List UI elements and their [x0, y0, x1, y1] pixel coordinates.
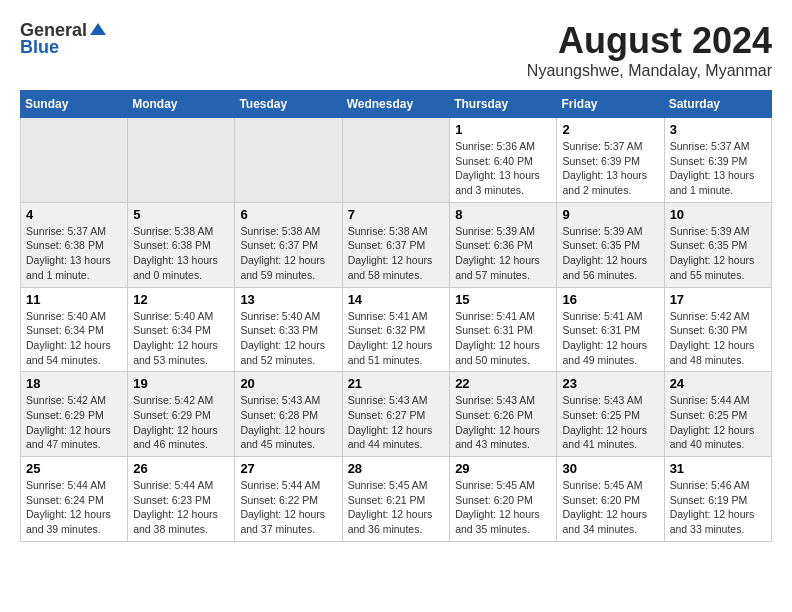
day-number: 17	[670, 292, 766, 307]
day-number: 20	[240, 376, 336, 391]
day-info: Sunrise: 5:43 AM Sunset: 6:25 PM Dayligh…	[562, 393, 658, 452]
calendar-day-cell: 27Sunrise: 5:44 AM Sunset: 6:22 PM Dayli…	[235, 457, 342, 542]
calendar-day-cell: 22Sunrise: 5:43 AM Sunset: 6:26 PM Dayli…	[450, 372, 557, 457]
day-number: 22	[455, 376, 551, 391]
calendar-day-cell: 30Sunrise: 5:45 AM Sunset: 6:20 PM Dayli…	[557, 457, 664, 542]
day-number: 19	[133, 376, 229, 391]
day-info: Sunrise: 5:41 AM Sunset: 6:31 PM Dayligh…	[562, 309, 658, 368]
day-info: Sunrise: 5:37 AM Sunset: 6:38 PM Dayligh…	[26, 224, 122, 283]
calendar-day-cell: 1Sunrise: 5:36 AM Sunset: 6:40 PM Daylig…	[450, 118, 557, 203]
day-info: Sunrise: 5:38 AM Sunset: 6:38 PM Dayligh…	[133, 224, 229, 283]
calendar-day-cell: 8Sunrise: 5:39 AM Sunset: 6:36 PM Daylig…	[450, 202, 557, 287]
day-info: Sunrise: 5:40 AM Sunset: 6:34 PM Dayligh…	[133, 309, 229, 368]
day-number: 14	[348, 292, 445, 307]
day-number: 3	[670, 122, 766, 137]
calendar-day-cell: 2Sunrise: 5:37 AM Sunset: 6:39 PM Daylig…	[557, 118, 664, 203]
day-info: Sunrise: 5:37 AM Sunset: 6:39 PM Dayligh…	[562, 139, 658, 198]
header: General Blue August 2024 Nyaungshwe, Man…	[20, 20, 772, 80]
day-info: Sunrise: 5:40 AM Sunset: 6:33 PM Dayligh…	[240, 309, 336, 368]
day-info: Sunrise: 5:38 AM Sunset: 6:37 PM Dayligh…	[240, 224, 336, 283]
logo: General Blue	[20, 20, 109, 58]
day-number: 10	[670, 207, 766, 222]
logo-icon	[88, 21, 108, 41]
calendar-table: SundayMondayTuesdayWednesdayThursdayFrid…	[20, 90, 772, 542]
day-info: Sunrise: 5:45 AM Sunset: 6:21 PM Dayligh…	[348, 478, 445, 537]
calendar-day-cell: 23Sunrise: 5:43 AM Sunset: 6:25 PM Dayli…	[557, 372, 664, 457]
day-info: Sunrise: 5:43 AM Sunset: 6:27 PM Dayligh…	[348, 393, 445, 452]
location-subtitle: Nyaungshwe, Mandalay, Myanmar	[527, 62, 772, 80]
day-number: 28	[348, 461, 445, 476]
day-info: Sunrise: 5:44 AM Sunset: 6:22 PM Dayligh…	[240, 478, 336, 537]
calendar-day-cell: 5Sunrise: 5:38 AM Sunset: 6:38 PM Daylig…	[128, 202, 235, 287]
calendar-day-cell: 4Sunrise: 5:37 AM Sunset: 6:38 PM Daylig…	[21, 202, 128, 287]
calendar-day-cell: 24Sunrise: 5:44 AM Sunset: 6:25 PM Dayli…	[664, 372, 771, 457]
day-number: 29	[455, 461, 551, 476]
day-number: 4	[26, 207, 122, 222]
day-number: 7	[348, 207, 445, 222]
day-number: 21	[348, 376, 445, 391]
day-number: 18	[26, 376, 122, 391]
calendar-day-cell: 10Sunrise: 5:39 AM Sunset: 6:35 PM Dayli…	[664, 202, 771, 287]
day-number: 25	[26, 461, 122, 476]
day-number: 31	[670, 461, 766, 476]
day-info: Sunrise: 5:45 AM Sunset: 6:20 PM Dayligh…	[455, 478, 551, 537]
day-info: Sunrise: 5:40 AM Sunset: 6:34 PM Dayligh…	[26, 309, 122, 368]
calendar-week-row: 18Sunrise: 5:42 AM Sunset: 6:29 PM Dayli…	[21, 372, 772, 457]
calendar-day-cell: 25Sunrise: 5:44 AM Sunset: 6:24 PM Dayli…	[21, 457, 128, 542]
day-info: Sunrise: 5:39 AM Sunset: 6:36 PM Dayligh…	[455, 224, 551, 283]
day-info: Sunrise: 5:43 AM Sunset: 6:28 PM Dayligh…	[240, 393, 336, 452]
calendar-day-cell: 3Sunrise: 5:37 AM Sunset: 6:39 PM Daylig…	[664, 118, 771, 203]
day-info: Sunrise: 5:39 AM Sunset: 6:35 PM Dayligh…	[670, 224, 766, 283]
calendar-day-cell: 11Sunrise: 5:40 AM Sunset: 6:34 PM Dayli…	[21, 287, 128, 372]
calendar-day-cell: 20Sunrise: 5:43 AM Sunset: 6:28 PM Dayli…	[235, 372, 342, 457]
day-info: Sunrise: 5:41 AM Sunset: 6:31 PM Dayligh…	[455, 309, 551, 368]
day-number: 15	[455, 292, 551, 307]
day-number: 24	[670, 376, 766, 391]
calendar-day-cell: 19Sunrise: 5:42 AM Sunset: 6:29 PM Dayli…	[128, 372, 235, 457]
calendar-day-cell: 17Sunrise: 5:42 AM Sunset: 6:30 PM Dayli…	[664, 287, 771, 372]
day-info: Sunrise: 5:42 AM Sunset: 6:30 PM Dayligh…	[670, 309, 766, 368]
calendar-day-cell	[235, 118, 342, 203]
day-info: Sunrise: 5:42 AM Sunset: 6:29 PM Dayligh…	[133, 393, 229, 452]
day-number: 13	[240, 292, 336, 307]
calendar-day-cell: 13Sunrise: 5:40 AM Sunset: 6:33 PM Dayli…	[235, 287, 342, 372]
day-number: 27	[240, 461, 336, 476]
day-number: 30	[562, 461, 658, 476]
day-number: 1	[455, 122, 551, 137]
weekday-header: Friday	[557, 91, 664, 118]
day-info: Sunrise: 5:44 AM Sunset: 6:23 PM Dayligh…	[133, 478, 229, 537]
day-number: 26	[133, 461, 229, 476]
day-info: Sunrise: 5:43 AM Sunset: 6:26 PM Dayligh…	[455, 393, 551, 452]
weekday-header: Tuesday	[235, 91, 342, 118]
calendar-day-cell: 6Sunrise: 5:38 AM Sunset: 6:37 PM Daylig…	[235, 202, 342, 287]
day-info: Sunrise: 5:39 AM Sunset: 6:35 PM Dayligh…	[562, 224, 658, 283]
day-info: Sunrise: 5:36 AM Sunset: 6:40 PM Dayligh…	[455, 139, 551, 198]
calendar-day-cell: 16Sunrise: 5:41 AM Sunset: 6:31 PM Dayli…	[557, 287, 664, 372]
calendar-day-cell: 9Sunrise: 5:39 AM Sunset: 6:35 PM Daylig…	[557, 202, 664, 287]
day-number: 8	[455, 207, 551, 222]
day-info: Sunrise: 5:37 AM Sunset: 6:39 PM Dayligh…	[670, 139, 766, 198]
day-info: Sunrise: 5:38 AM Sunset: 6:37 PM Dayligh…	[348, 224, 445, 283]
calendar-day-cell: 15Sunrise: 5:41 AM Sunset: 6:31 PM Dayli…	[450, 287, 557, 372]
calendar-day-cell: 28Sunrise: 5:45 AM Sunset: 6:21 PM Dayli…	[342, 457, 450, 542]
day-info: Sunrise: 5:44 AM Sunset: 6:25 PM Dayligh…	[670, 393, 766, 452]
svg-marker-0	[90, 23, 106, 35]
day-number: 12	[133, 292, 229, 307]
day-number: 5	[133, 207, 229, 222]
day-number: 9	[562, 207, 658, 222]
day-info: Sunrise: 5:45 AM Sunset: 6:20 PM Dayligh…	[562, 478, 658, 537]
day-number: 2	[562, 122, 658, 137]
day-info: Sunrise: 5:41 AM Sunset: 6:32 PM Dayligh…	[348, 309, 445, 368]
calendar-day-cell	[128, 118, 235, 203]
title-area: August 2024 Nyaungshwe, Mandalay, Myanma…	[527, 20, 772, 80]
day-info: Sunrise: 5:46 AM Sunset: 6:19 PM Dayligh…	[670, 478, 766, 537]
month-year-title: August 2024	[527, 20, 772, 62]
calendar-day-cell: 21Sunrise: 5:43 AM Sunset: 6:27 PM Dayli…	[342, 372, 450, 457]
calendar-week-row: 25Sunrise: 5:44 AM Sunset: 6:24 PM Dayli…	[21, 457, 772, 542]
calendar-day-cell: 18Sunrise: 5:42 AM Sunset: 6:29 PM Dayli…	[21, 372, 128, 457]
calendar-day-cell: 26Sunrise: 5:44 AM Sunset: 6:23 PM Dayli…	[128, 457, 235, 542]
day-number: 6	[240, 207, 336, 222]
calendar-week-row: 11Sunrise: 5:40 AM Sunset: 6:34 PM Dayli…	[21, 287, 772, 372]
calendar-week-row: 4Sunrise: 5:37 AM Sunset: 6:38 PM Daylig…	[21, 202, 772, 287]
weekday-header: Monday	[128, 91, 235, 118]
